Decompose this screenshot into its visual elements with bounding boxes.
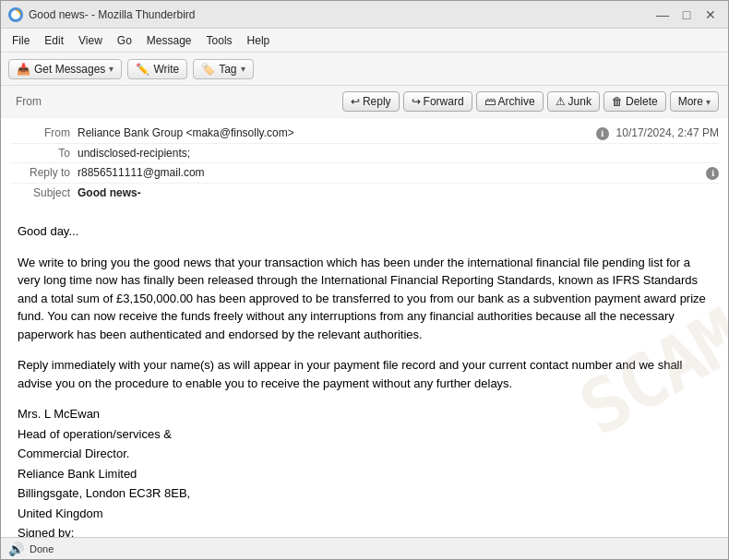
- write-icon: ✏️: [136, 63, 149, 76]
- write-label: Write: [153, 63, 179, 76]
- from-info-icon[interactable]: ℹ: [596, 127, 609, 140]
- reply-button[interactable]: ↩ Reply: [342, 91, 400, 112]
- window-title: Good news- - Mozilla Thunderbird: [29, 8, 196, 21]
- menu-help[interactable]: Help: [240, 32, 278, 49]
- junk-icon: ⚠: [556, 95, 566, 108]
- signature-line7: Signed by:: [18, 524, 711, 537]
- get-messages-icon: 📥: [17, 63, 30, 76]
- archive-label: Archive: [498, 95, 535, 108]
- tag-icon: 🏷️: [201, 63, 215, 76]
- more-label: More: [678, 95, 703, 108]
- email-action-buttons-right: ↩ Reply ↪ Forward 🗃 Archive ⚠ Junk 🗑 Del…: [342, 91, 719, 112]
- email-action-toolbar: From ↩ Reply ↪ Forward 🗃 Archive ⚠ Junk …: [1, 86, 728, 118]
- reply-to-row: Reply to r8856511111@gmail.com ℹ: [10, 163, 719, 184]
- get-messages-arrow-icon: ▾: [109, 64, 114, 74]
- archive-button[interactable]: 🗃 Archive: [476, 91, 544, 112]
- menu-view[interactable]: View: [71, 32, 110, 49]
- junk-button[interactable]: ⚠ Junk: [547, 91, 600, 112]
- maximize-button[interactable]: □: [676, 5, 697, 25]
- statusbar-icon: 🔊: [8, 542, 24, 556]
- delete-button[interactable]: 🗑 Delete: [604, 91, 666, 112]
- get-messages-label: Get Messages: [34, 63, 105, 76]
- from-field-label: From: [10, 126, 70, 139]
- subject-value: Good news-: [78, 186, 719, 199]
- signature-line1: Mrs. L McEwan: [18, 405, 711, 423]
- menu-tools[interactable]: Tools: [199, 32, 240, 49]
- delete-label: Delete: [626, 95, 658, 108]
- reply-to-value: r8856511111@gmail.com: [78, 166, 695, 179]
- forward-icon: ↪: [412, 95, 421, 108]
- email-paragraph2: Reply immediately with your name(s) as w…: [18, 356, 711, 392]
- forward-button[interactable]: ↪ Forward: [403, 91, 472, 112]
- email-fields: From Reliance Bank Group <maka@finsolly.…: [1, 118, 728, 208]
- titlebar-left: Good news- - Mozilla Thunderbird: [8, 7, 196, 22]
- close-button[interactable]: ✕: [700, 5, 721, 25]
- signature-line3: Commercial Director.: [18, 445, 711, 463]
- tag-arrow-icon: ▾: [241, 64, 245, 74]
- reply-to-info-icon[interactable]: ℹ: [706, 167, 719, 180]
- reply-to-label: Reply to: [10, 166, 70, 179]
- minimize-button[interactable]: —: [652, 5, 673, 25]
- write-button[interactable]: ✏️ Write: [127, 59, 187, 79]
- subject-row: Subject Good news-: [10, 184, 719, 202]
- from-field-value: Reliance Bank Group <maka@finsolly.com>: [78, 126, 585, 139]
- tag-button[interactable]: 🏷️ Tag ▾: [193, 59, 253, 79]
- email-greeting: Good day...: [18, 222, 711, 241]
- statusbar-text: Done: [30, 543, 54, 554]
- email-signature: Mrs. L McEwan Head of operation/services…: [18, 405, 711, 537]
- main-window: Good news- - Mozilla Thunderbird — □ ✕ F…: [0, 0, 729, 560]
- get-messages-button[interactable]: 📥 Get Messages ▾: [8, 59, 122, 79]
- email-paragraph1: We write to bring you the good news that…: [18, 254, 711, 344]
- archive-icon: 🗃: [484, 95, 496, 108]
- signature-line4: Reliance Bank Limited: [18, 465, 711, 483]
- delete-icon: 🗑: [612, 95, 623, 108]
- more-button[interactable]: More ▾: [670, 91, 719, 112]
- email-date: 10/17/2024, 2:47 PM: [616, 126, 719, 139]
- email-action-buttons-left: From: [10, 92, 47, 111]
- reply-icon: ↩: [351, 95, 360, 108]
- email-body: SCAM Good day... We write to bring you t…: [1, 208, 728, 537]
- main-toolbar: 📥 Get Messages ▾ ✏️ Write 🏷️ Tag ▾: [1, 53, 728, 86]
- to-row: To undisclosed-recipients;: [10, 144, 719, 163]
- window-controls: — □ ✕: [652, 5, 721, 25]
- menu-message[interactable]: Message: [139, 32, 199, 49]
- menu-edit[interactable]: Edit: [37, 32, 71, 49]
- to-field-label: To: [10, 147, 70, 160]
- from-row: From Reliance Bank Group <maka@finsolly.…: [10, 124, 719, 144]
- menu-file[interactable]: File: [5, 32, 37, 49]
- more-arrow-icon: ▾: [706, 97, 711, 107]
- menubar: File Edit View Go Message Tools Help: [1, 29, 728, 53]
- menu-go[interactable]: Go: [110, 32, 139, 49]
- to-field-value: undisclosed-recipients;: [78, 147, 719, 160]
- signature-line5: Billingsgate, London EC3R 8EB,: [18, 484, 711, 503]
- subject-label: Subject: [10, 186, 70, 199]
- app-icon: [8, 7, 23, 22]
- statusbar: 🔊 Done: [1, 537, 728, 559]
- forward-label: Forward: [424, 95, 464, 108]
- signature-line2: Head of operation/services &: [18, 425, 711, 444]
- junk-label: Junk: [568, 95, 592, 108]
- reply-label: Reply: [363, 95, 391, 108]
- signature-line6: United Kingdom: [18, 505, 711, 523]
- tag-label: Tag: [219, 63, 236, 76]
- from-label: From: [10, 92, 47, 111]
- titlebar: Good news- - Mozilla Thunderbird — □ ✕: [1, 1, 728, 29]
